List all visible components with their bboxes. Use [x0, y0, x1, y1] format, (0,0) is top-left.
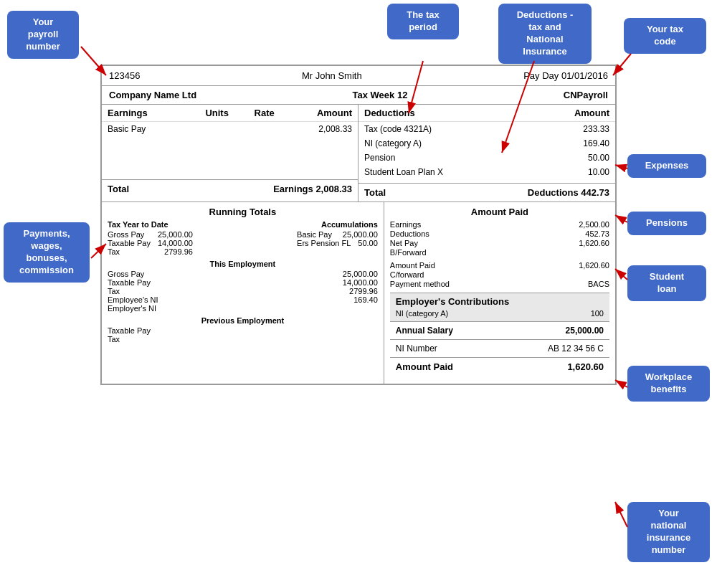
ap-bforward: B/Forward	[390, 248, 609, 257]
ec-ni-category-a: NI (category A) 100	[396, 309, 604, 318]
deductions-tax: Tax (code 4321A) 233.33	[358, 122, 615, 136]
callout-pensions: Pensions	[627, 212, 706, 235]
callout-workplace-benefits: Workplace benefits	[627, 366, 710, 402]
ap-earnings: Earnings 2,500.00	[390, 220, 609, 229]
callout-payments-wages: Payments, wages, bonuses, commission	[4, 222, 90, 283]
running-totals: Running Totals Tax Year to Date Accumula…	[102, 202, 384, 384]
rt-basic-pay-accum: Basic Pay 25,000.00	[297, 230, 378, 239]
employer-contrib-title: Employer's Contributions	[396, 296, 604, 307]
header-row: 123456 Mr John Smith Pay Day 01/01/2016	[102, 66, 615, 86]
running-totals-title: Running Totals	[108, 207, 378, 217]
rt-gross-pay: Gross Pay 25,000.00	[108, 230, 193, 239]
deductions-total-label: Total	[364, 187, 386, 198]
callout-expenses: Expenses	[627, 154, 706, 178]
amount-paid-total-row: Amount Paid 1,620.60	[390, 357, 609, 376]
earnings-total-label: Total	[108, 184, 129, 194]
ap-amount-paid: Amount Paid 1,620.60	[390, 261, 609, 270]
callout-student-loan: Student loan	[627, 265, 706, 301]
rt-tax-year-header: Tax Year to Date Accumulations	[108, 220, 378, 229]
rt-te-employee-ni: Employee's NI 169.40	[108, 295, 378, 304]
pay-date: Pay Day 01/01/2016	[523, 70, 608, 81]
earnings-col-amount: Amount	[303, 108, 352, 118]
deductions-ni: NI (category A) 169.40	[358, 136, 615, 151]
amount-paid-total-value: 1,620.60	[567, 361, 604, 372]
earnings-col-units: Units	[205, 108, 254, 118]
deductions-col-label: Deductions	[364, 108, 415, 118]
ni-number-label: NI Number	[396, 343, 437, 354]
callout-national-insurance: Your national insurance number	[627, 502, 710, 562]
ap-deductions: Deductions 452.73	[390, 229, 609, 238]
deductions-header: Deductions Amount	[358, 105, 615, 122]
deductions-total-amount: Deductions 442.73	[528, 187, 609, 198]
rt-this-employment-title: This Employment	[108, 260, 378, 268]
callout-deductions-tax: Deductions - tax and National Insurance	[498, 4, 592, 64]
deductions-student-loan: Student Loan Plan X 10.00	[358, 165, 615, 179]
ni-number-value: AB 12 34 56 C	[548, 343, 604, 354]
svg-line-10	[615, 502, 627, 527]
rt-te-employer-ni: Employer's NI	[108, 304, 378, 313]
basic-pay-amount: 2,008.33	[303, 124, 352, 134]
rt-taxable-pay: Taxable Pay 14,000.00	[108, 239, 193, 247]
employee-name: Mr John Smith	[302, 70, 362, 81]
rt-te-tax: Tax 2799.96	[108, 287, 378, 295]
deductions-panel: Deductions Amount Tax (code 4321A) 233.3…	[358, 105, 615, 201]
svg-line-6	[615, 215, 627, 222]
company-row: Company Name Ltd Tax Week 12 CNPayroll	[102, 86, 615, 105]
ap-net-pay: Net Pay 1,620.60	[390, 239, 609, 247]
rt-tax: Tax 2799.96	[108, 247, 193, 256]
payroll-software: CNPayroll	[564, 90, 608, 100]
callout-tax-period: The tax period	[387, 4, 459, 39]
earnings-basic-pay: Basic Pay 2,008.33	[102, 122, 358, 136]
ap-cforward: C/forward	[390, 270, 609, 279]
amount-paid-title: Amount Paid	[390, 207, 609, 217]
rt-te-taxable-pay: Taxable Pay 14,000.00	[108, 278, 378, 287]
rt-previous-employment-title: Previous Employment	[108, 316, 378, 325]
earnings-col-earnings: Earnings	[108, 108, 205, 118]
callout-your-tax-code: Your tax code	[624, 18, 706, 54]
payslip: 123456 Mr John Smith Pay Day 01/01/2016 …	[100, 65, 617, 385]
earnings-header: Earnings Units Rate Amount	[102, 105, 358, 122]
earnings-panel: Earnings Units Rate Amount Basic Pay 2,0…	[102, 105, 358, 201]
tax-week: Tax Week 12	[353, 90, 408, 100]
ni-number-row: NI Number AB 12 34 56 C	[390, 339, 609, 357]
deductions-col-amount: Amount	[574, 108, 609, 118]
employer-contributions: Employer's Contributions NI (category A)…	[390, 293, 609, 321]
deductions-total-row: Total Deductions 442.73	[358, 183, 615, 201]
basic-pay-label: Basic Pay	[108, 124, 205, 134]
annual-salary-row: Annual Salary 25,000.00	[390, 321, 609, 339]
ap-payment-method: Payment method BACS	[390, 280, 609, 288]
earnings-col-rate: Rate	[255, 108, 303, 118]
annual-salary-value: 25,000.00	[566, 326, 604, 336]
earnings-total-row: Total Earnings 2,008.33	[102, 179, 358, 198]
amount-paid-section: Amount Paid Earnings 2,500.00 Deductions…	[384, 202, 615, 384]
svg-line-9	[615, 380, 627, 387]
amount-paid-total-label: Amount Paid	[396, 361, 453, 372]
main-body: Earnings Units Rate Amount Basic Pay 2,0…	[102, 105, 615, 202]
company-name: Company Name Ltd	[109, 90, 196, 100]
bottom-section: Running Totals Tax Year to Date Accumula…	[102, 202, 615, 384]
annual-salary-label: Annual Salary	[396, 326, 453, 336]
rt-pe-tax: Tax	[108, 335, 378, 343]
payroll-id: 123456	[109, 70, 140, 81]
deductions-pension: Pension 50.00	[358, 151, 615, 165]
svg-line-7	[615, 269, 627, 280]
rt-ers-pension: Ers Pension FL 50.00	[297, 239, 378, 247]
rt-pe-taxable-pay: Taxable Pay	[108, 326, 378, 335]
svg-line-5	[615, 165, 627, 169]
rt-te-gross-pay: Gross Pay 25,000.00	[108, 270, 378, 278]
earnings-total-amount: Earnings 2,008.33	[273, 184, 352, 194]
callout-payroll-number: Your payroll number	[7, 11, 79, 59]
